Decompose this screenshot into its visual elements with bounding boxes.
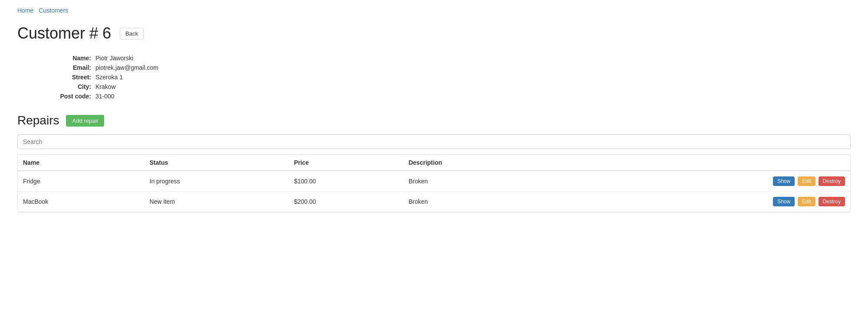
name-label: Name:	[43, 55, 91, 62]
edit-button[interactable]: Edit	[798, 197, 815, 206]
show-button[interactable]: Show	[773, 197, 795, 206]
repair-description: Broken	[403, 192, 559, 212]
repair-actions: Show Edit Destroy	[559, 192, 850, 212]
customer-details: Name: Piotr Jaworski Email: piotrek.jaw@…	[43, 55, 851, 100]
repair-name: MacBook	[18, 192, 145, 212]
nav-customers-link[interactable]: Customers	[39, 7, 68, 14]
repairs-header: Repairs Add repair	[17, 114, 851, 127]
col-price: Price	[289, 155, 403, 171]
repair-description: Broken	[403, 171, 559, 192]
email-value: piotrek.jaw@gmail.com	[95, 64, 158, 71]
back-button[interactable]: Back	[120, 28, 144, 39]
table-row: Fridge In progress $100.00 Broken Show E…	[18, 171, 850, 192]
nav-home-link[interactable]: Home	[17, 7, 33, 14]
col-name: Name	[18, 155, 145, 171]
repair-status: In progress	[145, 171, 289, 192]
destroy-button[interactable]: Destroy	[819, 176, 845, 186]
table-row: MacBook New item $200.00 Broken Show Edi…	[18, 192, 850, 212]
detail-email-row: Email: piotrek.jaw@gmail.com	[43, 64, 851, 71]
repair-price: $100.00	[289, 171, 403, 192]
breadcrumb: Home Customers	[17, 7, 851, 14]
page-title: Customer # 6	[17, 24, 111, 42]
add-repair-button[interactable]: Add repair	[66, 115, 104, 127]
city-label: City:	[43, 83, 91, 90]
repair-price: $200.00	[289, 192, 403, 212]
detail-city-row: City: Krakow	[43, 83, 851, 90]
search-input[interactable]	[17, 134, 851, 149]
repairs-section: Repairs Add repair Name Status Price Des…	[17, 114, 851, 212]
title-row: Customer # 6 Back	[17, 24, 851, 42]
repairs-title: Repairs	[17, 114, 59, 127]
street-label: Street:	[43, 74, 91, 81]
name-value: Piotr Jaworski	[95, 55, 133, 62]
search-wrapper	[17, 134, 851, 149]
repairs-table-wrapper: Name Status Price Description Fridge In …	[17, 154, 851, 212]
repair-actions: Show Edit Destroy	[559, 171, 850, 192]
col-description: Description	[403, 155, 559, 171]
detail-street-row: Street: Szeroka 1	[43, 74, 851, 81]
email-label: Email:	[43, 64, 91, 71]
edit-button[interactable]: Edit	[798, 176, 815, 186]
postcode-value: 31-000	[95, 93, 115, 100]
city-value: Krakow	[95, 83, 116, 90]
table-header-row: Name Status Price Description	[18, 155, 850, 171]
repair-status: New item	[145, 192, 289, 212]
street-value: Szeroka 1	[95, 74, 123, 81]
col-status: Status	[145, 155, 289, 171]
repair-name: Fridge	[18, 171, 145, 192]
destroy-button[interactable]: Destroy	[819, 197, 845, 206]
detail-postcode-row: Post code: 31-000	[43, 93, 851, 100]
repairs-table: Name Status Price Description Fridge In …	[18, 155, 850, 212]
postcode-label: Post code:	[43, 93, 91, 100]
col-actions	[559, 155, 850, 171]
detail-name-row: Name: Piotr Jaworski	[43, 55, 851, 62]
show-button[interactable]: Show	[773, 176, 795, 186]
